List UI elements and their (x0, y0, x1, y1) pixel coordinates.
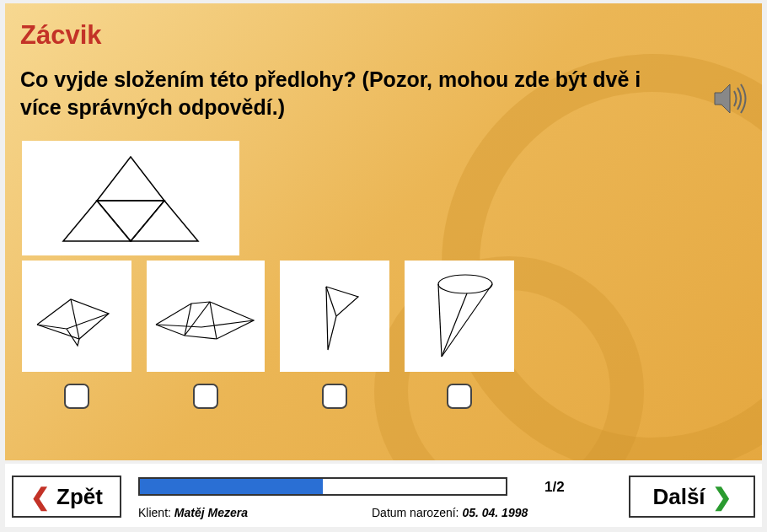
svg-line-6 (442, 284, 492, 357)
svg-marker-0 (97, 157, 164, 201)
client-label: Klient: (138, 506, 174, 519)
source-image (22, 141, 239, 255)
option-image-4[interactable] (405, 261, 514, 372)
speaker-icon[interactable] (708, 78, 750, 120)
svg-marker-1 (63, 201, 131, 241)
dob-label: Datum narození: (372, 506, 462, 519)
option-2 (147, 261, 265, 409)
checkbox-3[interactable] (322, 384, 347, 409)
option-image-3[interactable] (280, 261, 389, 372)
client-name: Matěj Mezera (174, 506, 248, 519)
page-title: Zácvik (5, 3, 762, 51)
svg-marker-3 (97, 201, 164, 241)
option-image-1[interactable] (22, 261, 131, 372)
option-3 (280, 261, 389, 409)
checkbox-2[interactable] (193, 384, 218, 409)
page-indicator: 1/2 (544, 479, 565, 496)
progress-fill (140, 479, 323, 494)
dob-value: 05. 04. 1998 (462, 506, 528, 519)
footer: ❮ Zpět 1/2 Klient: Matěj Mezera Datum na… (5, 464, 762, 527)
progress-bar (138, 477, 507, 496)
client-info: Klient: Matěj Mezera (138, 506, 248, 519)
question-text: Co vyjde složením této předlohy? (Pozor,… (5, 51, 762, 121)
next-button[interactable]: Další ❯ (629, 476, 755, 518)
main-area: Zácvik Co vyjde složením této předlohy? … (5, 3, 762, 460)
svg-point-4 (438, 275, 492, 293)
svg-marker-2 (131, 201, 198, 241)
next-button-label: Další (652, 484, 705, 510)
dob-info: Datum narození: 05. 04. 1998 (372, 506, 528, 519)
checkbox-1[interactable] (64, 384, 89, 409)
option-1 (22, 261, 131, 409)
option-4 (405, 261, 514, 409)
checkbox-4[interactable] (447, 384, 472, 409)
back-button-label: Zpět (56, 484, 103, 510)
chevron-left-icon: ❮ (30, 483, 50, 511)
options-row (22, 261, 762, 409)
option-image-2[interactable] (147, 261, 265, 372)
chevron-right-icon: ❯ (712, 483, 732, 511)
back-button[interactable]: ❮ Zpět (12, 476, 121, 518)
svg-line-5 (438, 284, 442, 357)
